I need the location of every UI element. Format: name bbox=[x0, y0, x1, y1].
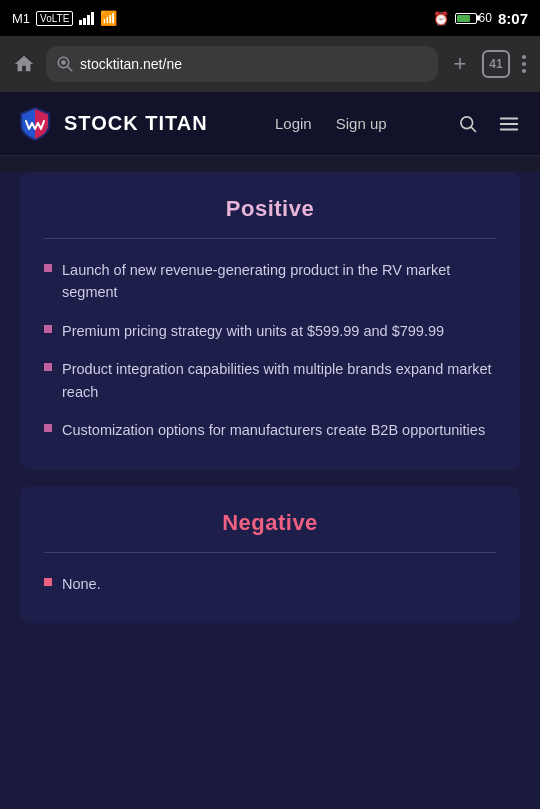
search-icon bbox=[458, 114, 478, 134]
bullet-text: Premium pricing strategy with units at $… bbox=[62, 320, 444, 342]
site-security-icon bbox=[56, 55, 74, 73]
logo-text: STOCK TITAN bbox=[64, 112, 208, 135]
negative-section-card: Negative None. bbox=[20, 486, 520, 623]
list-item: Premium pricing strategy with units at $… bbox=[44, 320, 496, 342]
home-icon bbox=[13, 53, 35, 75]
alarm-icon: ⏰ bbox=[433, 11, 449, 26]
svg-point-2 bbox=[61, 60, 66, 65]
negative-section-title: Negative bbox=[44, 510, 496, 536]
svg-line-1 bbox=[67, 66, 72, 71]
bullet-text: Product integration capabilities with mu… bbox=[62, 358, 496, 403]
network-label: VoLTE bbox=[36, 11, 73, 26]
signup-link[interactable]: Sign up bbox=[326, 109, 397, 138]
hamburger-icon bbox=[498, 113, 520, 135]
bullet-text: Customization options for manufacturers … bbox=[62, 419, 485, 441]
bullet-icon bbox=[44, 325, 52, 333]
site-header: STOCK TITAN Login Sign up bbox=[0, 92, 540, 156]
new-tab-button[interactable]: + bbox=[446, 50, 474, 78]
bullet-icon bbox=[44, 264, 52, 272]
positive-divider bbox=[44, 238, 496, 239]
negative-bullet-list: None. bbox=[44, 573, 496, 595]
nav-links: Login Sign up bbox=[265, 109, 397, 138]
positive-bullet-list: Launch of new revenue-generating product… bbox=[44, 259, 496, 442]
list-item: None. bbox=[44, 573, 496, 595]
menu-button[interactable] bbox=[494, 109, 524, 139]
bullet-text: None. bbox=[62, 573, 101, 595]
bullet-icon bbox=[44, 424, 52, 432]
bullet-icon bbox=[44, 363, 52, 371]
browser-actions: + 41 bbox=[446, 50, 530, 78]
list-item: Product integration capabilities with mu… bbox=[44, 358, 496, 403]
bullet-icon bbox=[44, 578, 52, 586]
nav-icons bbox=[454, 109, 524, 139]
tab-count-badge[interactable]: 41 bbox=[482, 50, 510, 78]
bullet-text: Launch of new revenue-generating product… bbox=[62, 259, 496, 304]
search-button[interactable] bbox=[454, 110, 482, 138]
status-left: M1 VoLTE 📶 bbox=[12, 10, 117, 26]
url-text: stocktitan.net/ne bbox=[80, 56, 428, 72]
main-content: Positive Launch of new revenue-generatin… bbox=[0, 172, 540, 809]
status-bar: M1 VoLTE 📶 ⏰ 60 8:07 bbox=[0, 0, 540, 36]
time-display: 8:07 bbox=[498, 10, 528, 27]
url-bar[interactable]: stocktitan.net/ne bbox=[46, 46, 438, 82]
positive-section-title: Positive bbox=[44, 196, 496, 222]
signal-icon bbox=[79, 12, 94, 25]
carrier-label: M1 bbox=[12, 11, 30, 26]
logo-icon bbox=[16, 105, 54, 143]
svg-line-4 bbox=[471, 126, 476, 131]
browser-chrome: stocktitan.net/ne + 41 bbox=[0, 36, 540, 92]
negative-divider bbox=[44, 552, 496, 553]
battery-icon: 60 bbox=[455, 11, 492, 25]
login-link[interactable]: Login bbox=[265, 109, 322, 138]
wifi-icon: 📶 bbox=[100, 10, 117, 26]
list-item: Customization options for manufacturers … bbox=[44, 419, 496, 441]
positive-section-card: Positive Launch of new revenue-generatin… bbox=[20, 172, 520, 470]
battery-percent: 60 bbox=[479, 11, 492, 25]
browser-menu-button[interactable] bbox=[518, 51, 530, 77]
home-button[interactable] bbox=[10, 50, 38, 78]
status-right: ⏰ 60 8:07 bbox=[433, 10, 528, 27]
list-item: Launch of new revenue-generating product… bbox=[44, 259, 496, 304]
logo-area: STOCK TITAN bbox=[16, 105, 208, 143]
